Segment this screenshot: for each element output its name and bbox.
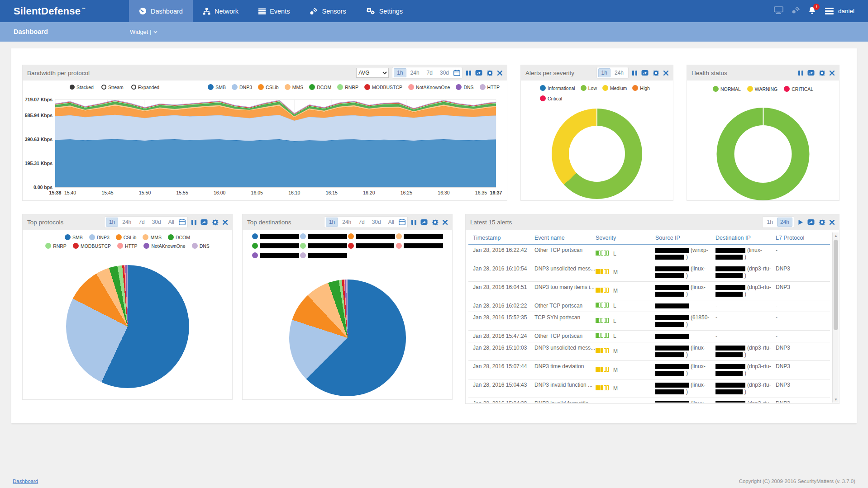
legend-notaknownone[interactable]: NotAKnownOne (408, 84, 450, 90)
alert-row[interactable]: Jan 28, 2016 15:52:35TCP SYN portscanL(6… (468, 312, 830, 331)
alert-row[interactable]: Jan 28, 2016 16:02:22Other TCP portscanL… (468, 300, 830, 312)
range-button-1h[interactable]: 1h (394, 68, 406, 77)
legend-destination-8[interactable] (396, 243, 443, 249)
legend-destination-2[interactable] (300, 233, 347, 239)
widget-dropdown[interactable]: Widget | (130, 28, 157, 35)
pause-icon[interactable] (632, 70, 638, 76)
legend-dcom[interactable]: DCOM (168, 234, 190, 240)
pause-icon[interactable] (466, 70, 472, 76)
column-header-timestamp[interactable]: Timestamp (473, 235, 534, 241)
close-icon[interactable] (663, 71, 669, 76)
range-button-30d[interactable]: 30d (149, 218, 164, 227)
range-button-7d[interactable]: 7d (424, 68, 436, 77)
legend-http[interactable]: HTTP (480, 84, 500, 90)
scroll-up-icon[interactable]: ▲ (833, 232, 839, 239)
column-header-destination-ip[interactable]: Destination IP (715, 235, 776, 241)
brand-logo[interactable]: SilentDefense™ (14, 0, 129, 22)
footer-dashboard-link[interactable]: Dashboard (13, 479, 38, 484)
scroll-down-icon[interactable]: ▼ (833, 396, 839, 403)
legend-dns[interactable]: DNS (192, 243, 210, 249)
column-header-severity[interactable]: Severity (596, 235, 655, 241)
legend-dnp3[interactable]: DNP3 (232, 84, 252, 90)
legend-dnp3[interactable]: DNP3 (89, 234, 110, 240)
range-button-all[interactable]: All (165, 218, 177, 227)
export-icon[interactable] (641, 70, 649, 76)
legend-dns[interactable]: DNS (456, 84, 473, 90)
legend-informational[interactable]: Informational (540, 85, 575, 91)
alert-row[interactable]: Jan 28, 2016 16:04:51DNP3 too many items… (468, 282, 830, 300)
close-icon[interactable] (829, 220, 835, 225)
nav-item-events[interactable]: Events (248, 0, 300, 22)
gear-icon[interactable] (652, 70, 660, 76)
legend-high[interactable]: High (632, 85, 650, 91)
alert-row[interactable]: Jan 28, 2016 16:10:54DNP3 unsolicited me… (468, 263, 830, 282)
calendar-icon[interactable] (398, 219, 406, 225)
range-button-1h[interactable]: 1h (106, 218, 118, 227)
legend-http[interactable]: HTTP (117, 243, 137, 249)
gear-icon[interactable] (818, 219, 826, 226)
nav-item-settings[interactable]: Settings (356, 0, 413, 22)
alert-row[interactable]: Jan 28, 2016 15:47:24Other TCP portscanL… (468, 331, 830, 342)
range-button-7d[interactable]: 7d (135, 218, 148, 227)
play-icon[interactable] (797, 219, 804, 225)
close-icon[interactable] (442, 220, 448, 225)
range-button-1h[interactable]: 1h (598, 68, 610, 77)
monitor-icon[interactable] (774, 6, 783, 16)
legend-destination-5[interactable] (252, 243, 299, 249)
legend-destination-1[interactable] (252, 233, 299, 239)
user-menu[interactable]: daniel (825, 6, 854, 16)
legend-smb[interactable]: SMB (208, 84, 226, 90)
range-button-1h[interactable]: 1h (764, 218, 776, 227)
nav-item-sensors[interactable]: Sensors (300, 0, 356, 22)
pause-icon[interactable] (798, 70, 804, 76)
legend-modbustcp[interactable]: MODBUSTCP (73, 243, 111, 249)
export-icon[interactable] (420, 219, 428, 225)
range-button-24h[interactable]: 24h (339, 218, 354, 227)
notifications-bell-icon[interactable]: ! (808, 6, 816, 16)
range-button-7d[interactable]: 7d (355, 218, 367, 227)
mode-radio-stream[interactable]: Stream (101, 85, 124, 90)
close-icon[interactable] (497, 71, 503, 76)
range-button-24h[interactable]: 24h (407, 68, 423, 77)
export-icon[interactable] (475, 70, 483, 76)
alert-row[interactable]: Jan 28, 2016 15:07:44DNP3 time deviation… (468, 361, 830, 379)
close-icon[interactable] (222, 220, 228, 225)
legend-normal[interactable]: NORMAL (713, 86, 741, 92)
range-button-1h[interactable]: 1h (326, 218, 338, 227)
column-header-source-ip[interactable]: Source IP (655, 235, 715, 241)
legend-modbustcp[interactable]: MODBUSTCP (364, 84, 402, 90)
column-header-event-name[interactable]: Event name (534, 235, 596, 241)
gear-icon[interactable] (818, 70, 826, 76)
alert-row[interactable]: Jan 28, 2016 15:04:43DNP3 invalid functi… (468, 379, 830, 398)
legend-medium[interactable]: Medium (602, 85, 627, 91)
legend-mms[interactable]: MMS (285, 84, 304, 90)
legend-rnrp[interactable]: RNRP (45, 243, 67, 249)
gear-icon[interactable] (486, 70, 494, 76)
range-button-24h[interactable]: 24h (777, 218, 792, 227)
range-button-24h[interactable]: 24h (611, 68, 627, 77)
legend-rnrp[interactable]: RNRP (337, 84, 358, 90)
scrollbar-thumb[interactable] (834, 240, 838, 330)
export-icon[interactable] (807, 219, 815, 225)
aggregation-select[interactable]: AVG (356, 68, 389, 78)
range-button-30d[interactable]: 30d (369, 218, 384, 227)
legend-mms[interactable]: MMS (143, 234, 162, 240)
gear-icon[interactable] (211, 219, 219, 226)
alert-row[interactable]: Jan 28, 2016 16:22:42Other TCP portscanL… (468, 245, 830, 263)
pause-icon[interactable] (411, 219, 417, 225)
pause-icon[interactable] (191, 219, 197, 225)
legend-destination-3[interactable] (348, 233, 395, 239)
legend-destination-10[interactable] (300, 252, 347, 258)
legend-critical[interactable]: CRITICAL (784, 86, 813, 92)
close-icon[interactable] (829, 71, 835, 76)
nav-item-network[interactable]: Network (193, 0, 248, 22)
legend-critical[interactable]: Critical (540, 95, 562, 101)
nav-item-dashboard[interactable]: Dashboard (129, 0, 193, 22)
export-icon[interactable] (200, 219, 208, 225)
column-header-l7-protocol[interactable]: L7 Protocol (776, 235, 830, 241)
legend-destination-7[interactable] (348, 243, 395, 249)
legend-notaknownone[interactable]: NotAKnownOne (143, 243, 185, 249)
calendar-icon[interactable] (178, 219, 186, 225)
legend-destination-9[interactable] (252, 252, 299, 258)
legend-cslib[interactable]: CSLib (258, 84, 279, 90)
